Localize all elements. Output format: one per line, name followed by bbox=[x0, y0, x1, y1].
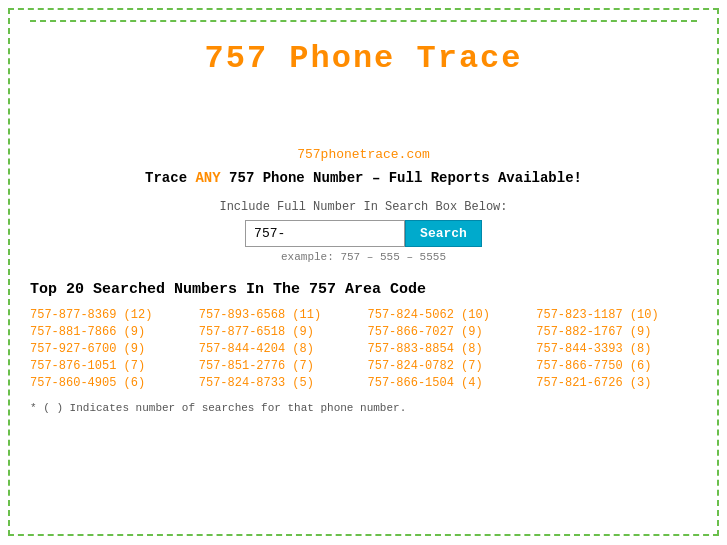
number-link[interactable]: 757-893-6568 (11) bbox=[199, 308, 360, 322]
tagline-prefix: Trace bbox=[145, 170, 195, 186]
search-input[interactable] bbox=[245, 220, 405, 247]
number-link[interactable]: 757-866-1504 (4) bbox=[368, 376, 529, 390]
tagline-suffix: 757 Phone Number – Full Reports Availabl… bbox=[221, 170, 582, 186]
search-area: Include Full Number In Search Box Below:… bbox=[30, 200, 697, 263]
page-container: 757 Phone Trace 757phonetrace.com Trace … bbox=[8, 8, 719, 536]
number-link[interactable]: 757-877-8369 (12) bbox=[30, 308, 191, 322]
number-link[interactable]: 757-821-6726 (3) bbox=[536, 376, 697, 390]
number-link[interactable]: 757-866-7027 (9) bbox=[368, 325, 529, 339]
number-link[interactable]: 757-860-4905 (6) bbox=[30, 376, 191, 390]
number-link[interactable]: 757-881-7866 (9) bbox=[30, 325, 191, 339]
top-numbers-title: Top 20 Searched Numbers In The 757 Area … bbox=[30, 281, 697, 298]
search-label: Include Full Number In Search Box Below: bbox=[30, 200, 697, 214]
numbers-grid: 757-877-8369 (12)757-893-6568 (11)757-82… bbox=[30, 308, 697, 390]
number-link[interactable]: 757-824-5062 (10) bbox=[368, 308, 529, 322]
search-button[interactable]: Search bbox=[405, 220, 482, 247]
number-link[interactable]: 757-883-8854 (8) bbox=[368, 342, 529, 356]
number-link[interactable]: 757-844-4204 (8) bbox=[199, 342, 360, 356]
tagline-highlight: ANY bbox=[195, 170, 220, 186]
tagline: Trace ANY 757 Phone Number – Full Report… bbox=[30, 170, 697, 186]
number-link[interactable]: 757-844-3393 (8) bbox=[536, 342, 697, 356]
footnote: * ( ) Indicates number of searches for t… bbox=[30, 402, 697, 414]
number-link[interactable]: 757-927-6700 (9) bbox=[30, 342, 191, 356]
page-title: 757 Phone Trace bbox=[30, 22, 697, 87]
number-link[interactable]: 757-866-7750 (6) bbox=[536, 359, 697, 373]
site-link[interactable]: 757phonetrace.com bbox=[297, 147, 430, 162]
search-example: example: 757 – 555 – 5555 bbox=[30, 251, 697, 263]
number-link[interactable]: 757-823-1187 (10) bbox=[536, 308, 697, 322]
number-link[interactable]: 757-877-6518 (9) bbox=[199, 325, 360, 339]
number-link[interactable]: 757-824-0782 (7) bbox=[368, 359, 529, 373]
number-link[interactable]: 757-882-1767 (9) bbox=[536, 325, 697, 339]
search-row: Search bbox=[30, 220, 697, 247]
number-link[interactable]: 757-876-1051 (7) bbox=[30, 359, 191, 373]
number-link[interactable]: 757-851-2776 (7) bbox=[199, 359, 360, 373]
number-link[interactable]: 757-824-8733 (5) bbox=[199, 376, 360, 390]
site-link-container: 757phonetrace.com bbox=[30, 147, 697, 162]
